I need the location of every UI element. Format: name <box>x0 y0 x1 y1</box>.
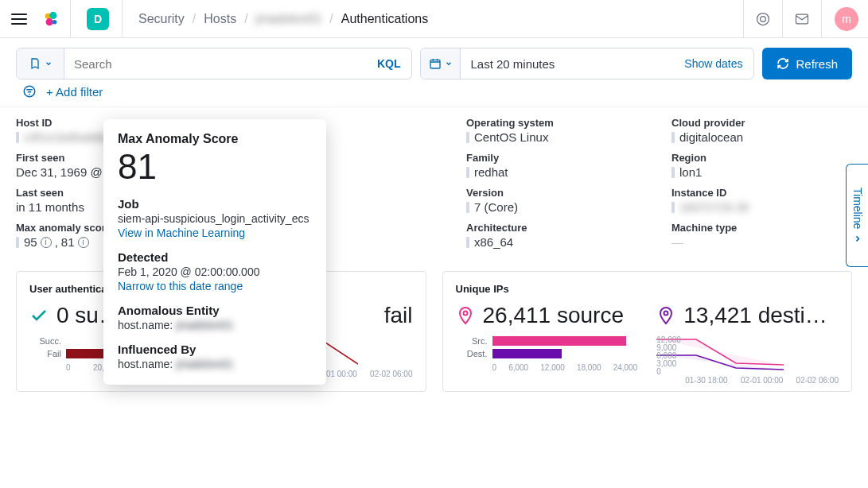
arch-label: Architecture <box>466 222 665 234</box>
pin-source-icon <box>456 306 475 325</box>
breadcrumb: Security / Hosts / jmadolon01 / Authenti… <box>138 12 428 26</box>
timeline-flyout-tab[interactable]: Timeline <box>846 164 868 267</box>
popover-job-value: siem-api-suspicious_login_activity_ecs <box>118 212 312 225</box>
narrow-date-link[interactable]: Narrow to this date range <box>118 280 312 292</box>
breadcrumb-current: Authentications <box>341 12 428 26</box>
breadcrumb-hostname[interactable]: jmadolon01 <box>256 12 322 26</box>
ips-bar-chart: Src. Dest. 06,00012,00018,00024,000 <box>456 336 638 385</box>
view-in-ml-link[interactable]: View in Machine Learning <box>118 227 312 239</box>
pin-dest-icon <box>656 306 675 325</box>
refresh-icon <box>777 57 789 70</box>
divider <box>70 0 71 38</box>
breadcrumb-hosts[interactable]: Hosts <box>204 12 236 26</box>
cloud-value: digitalocean <box>679 130 743 144</box>
elastic-logo[interactable] <box>41 10 60 29</box>
divider <box>122 0 123 38</box>
svg-point-9 <box>463 312 467 316</box>
svg-point-5 <box>761 16 766 21</box>
show-dates-button[interactable]: Show dates <box>673 48 753 79</box>
timeline-label: Timeline <box>851 188 864 229</box>
region-value: lon1 <box>679 165 702 179</box>
saved-query-button[interactable] <box>17 48 64 79</box>
kql-toggle[interactable]: KQL <box>366 48 412 79</box>
machine-type-value: — <box>671 235 862 249</box>
ips-line-chart: 12,0009,0006,0003,0000 01-30 18:0002-01 … <box>656 336 839 385</box>
popover-detected-value: Feb 1, 2020 @ 02:00:00.000 <box>118 265 312 278</box>
kpi-dest: 13,421 desti… <box>683 303 827 328</box>
panel-title: Unique IPs <box>456 283 839 295</box>
filter-bar: + Add filter <box>0 79 868 107</box>
help-icon[interactable] <box>747 3 779 35</box>
date-picker: Last 20 minutes Show dates <box>420 48 754 79</box>
svg-point-1 <box>49 11 56 18</box>
svg-point-10 <box>664 312 668 316</box>
divider <box>821 0 822 38</box>
menu-button[interactable] <box>10 10 29 29</box>
topbar: D Security / Hosts / jmadolon01 / Authen… <box>0 0 868 38</box>
unique-ips-panel: Unique IPs 26,411 source 13,421 desti… S… <box>442 271 853 392</box>
svg-rect-7 <box>430 60 440 68</box>
avatar[interactable]: m <box>835 7 858 31</box>
anomaly-score-popover: Max Anomaly Score 81 Job siem-api-suspic… <box>103 119 326 385</box>
os-value: CentOS Linux <box>474 130 548 144</box>
family-value: redhat <box>474 165 508 179</box>
machine-type-label: Machine type <box>671 222 862 234</box>
add-filter-button[interactable]: + Add filter <box>46 85 103 99</box>
popover-job-label: Job <box>118 197 312 211</box>
popover-influenced-label: Influenced By <box>118 343 312 356</box>
svg-rect-6 <box>796 14 808 24</box>
region-label: Region <box>671 152 862 164</box>
svg-point-2 <box>46 18 53 25</box>
os-label: Operating system <box>466 117 665 129</box>
popover-detected-label: Detected <box>118 250 312 264</box>
popover-title: Max Anomaly Score <box>118 132 312 146</box>
svg-point-3 <box>53 19 57 23</box>
popover-score: 81 <box>118 149 312 184</box>
instance-label: Instance ID <box>671 187 862 199</box>
svg-point-4 <box>757 13 769 25</box>
date-range-label[interactable]: Last 20 minutes <box>461 48 673 79</box>
info-icon[interactable]: i <box>78 237 89 248</box>
calendar-button[interactable] <box>421 48 461 79</box>
query-group: KQL <box>16 48 412 79</box>
search-input[interactable] <box>64 48 366 79</box>
instance-value: 18372725.35 <box>679 200 749 214</box>
breadcrumb-security[interactable]: Security <box>138 12 185 26</box>
popover-entity-label: Anomalous Entity <box>118 304 312 317</box>
refresh-label: Refresh <box>796 57 838 71</box>
query-bar: KQL Last 20 minutes Show dates Refresh <box>0 38 868 79</box>
info-icon[interactable]: i <box>41 237 52 248</box>
family-label: Family <box>466 152 665 164</box>
version-value: 7 (Core) <box>474 200 518 214</box>
filter-options-icon[interactable] <box>22 84 37 99</box>
kpi-source: 26,411 source <box>483 303 624 328</box>
space-badge[interactable]: D <box>87 8 109 30</box>
kpi-fail: fail <box>384 303 413 328</box>
popover-entity-value: jmadolon01 <box>176 319 233 331</box>
refresh-button[interactable]: Refresh <box>762 48 852 79</box>
divider <box>743 0 744 38</box>
mail-icon[interactable] <box>786 3 818 35</box>
divider <box>782 0 783 38</box>
popover-influenced-value: jmadolon01 <box>176 358 233 370</box>
cloud-label: Cloud provider <box>671 117 862 129</box>
version-label: Version <box>466 187 665 199</box>
check-icon <box>29 306 49 325</box>
chevron-left-icon <box>853 234 862 243</box>
arch-value: x86_64 <box>474 235 513 249</box>
